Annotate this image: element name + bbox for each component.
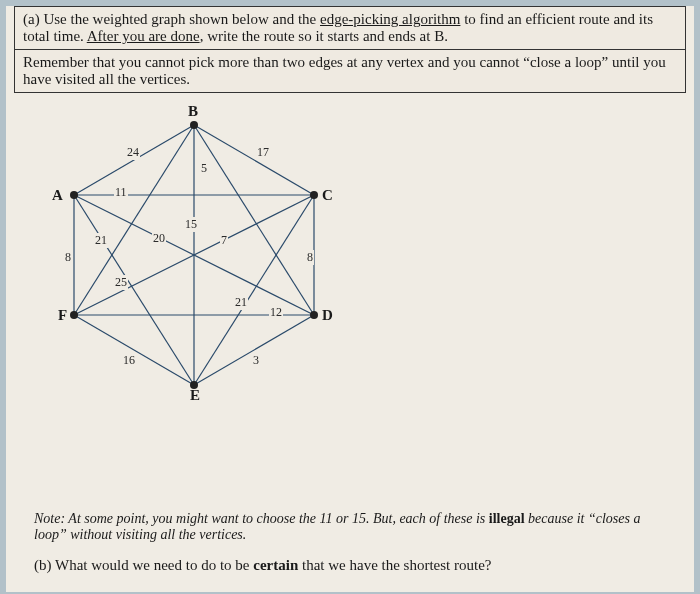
- edge-BE: 5: [200, 161, 208, 176]
- qa-text3: , write the route so it starts and ends …: [200, 28, 448, 44]
- vertex-B: B: [188, 103, 198, 120]
- svg-point-19: [70, 311, 78, 319]
- note-illegal: illegal: [489, 511, 525, 526]
- svg-line-2: [194, 315, 314, 385]
- qb-pre: What would we need to do to be: [52, 557, 254, 573]
- edge-BD: 15: [184, 217, 198, 232]
- vertex-D: D: [322, 307, 333, 324]
- vertex-A: A: [52, 187, 63, 204]
- edge-AF: 8: [64, 250, 72, 265]
- edge-FD: 12: [269, 305, 283, 320]
- svg-point-17: [310, 311, 318, 319]
- part-a-label: (a): [23, 11, 40, 27]
- edge-CF: 25: [114, 275, 128, 290]
- part-b-label: (b): [34, 557, 52, 573]
- edge-BC: 17: [256, 145, 270, 160]
- qb-post: that we have the shortest route?: [298, 557, 491, 573]
- after-you-are-done: After you are done: [87, 28, 200, 44]
- bottom-area: Note: At some point, you might want to c…: [34, 511, 666, 574]
- edge-CD: 8: [306, 250, 314, 265]
- note-line: Note: At some point, you might want to c…: [34, 511, 666, 543]
- svg-line-5: [74, 125, 194, 195]
- svg-line-0: [194, 125, 314, 195]
- reminder-text: Remember that you cannot pick more than …: [23, 54, 666, 87]
- svg-point-15: [190, 121, 198, 129]
- edge-AE: 21: [94, 233, 108, 248]
- vertex-E: E: [190, 387, 200, 404]
- edge-BF: 20: [152, 231, 166, 246]
- vertex-F: F: [58, 307, 67, 324]
- edge-AB: 24: [126, 145, 140, 160]
- question-b: (b) What would we need to do to be certa…: [34, 557, 666, 574]
- edge-picking-algorithm: edge-picking algorithm: [320, 11, 460, 27]
- edge-ED: 3: [252, 353, 260, 368]
- svg-line-9: [194, 125, 314, 315]
- graph-svg: [34, 105, 374, 405]
- edge-AC: 11: [114, 185, 128, 200]
- vertex-C: C: [322, 187, 333, 204]
- qb-certain: certain: [253, 557, 298, 573]
- qa-text1: Use the weighted graph shown below and t…: [40, 11, 320, 27]
- svg-point-20: [70, 191, 78, 199]
- note-pre: Note: At some point, you might want to c…: [34, 511, 489, 526]
- question-a-cell: (a) Use the weighted graph shown below a…: [14, 6, 686, 50]
- reminder-cell: Remember that you cannot pick more than …: [14, 50, 686, 93]
- edge-FE: 16: [122, 353, 136, 368]
- edge-AD: 7: [220, 233, 228, 248]
- svg-line-3: [74, 315, 194, 385]
- weighted-graph: B C D E F A 24 17 11 5 15 20 7 21 21 25 …: [34, 105, 374, 405]
- edge-CE: 21: [234, 295, 248, 310]
- svg-point-16: [310, 191, 318, 199]
